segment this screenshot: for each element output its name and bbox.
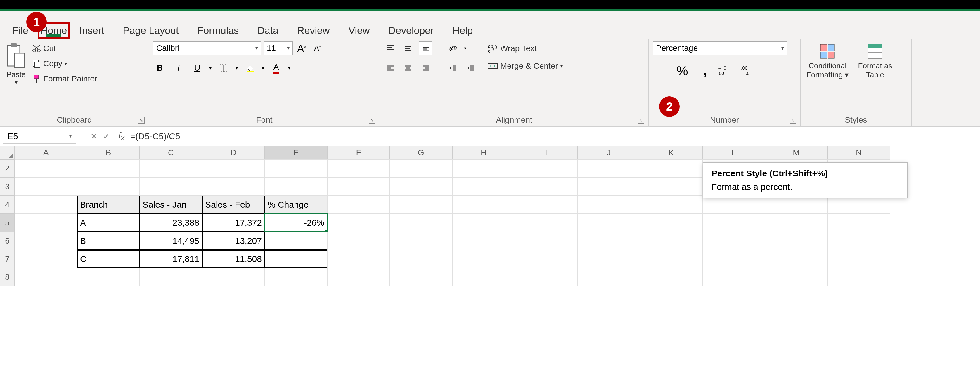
col-header-K[interactable]: K xyxy=(640,146,702,159)
font-color-button[interactable]: A xyxy=(269,61,283,75)
align-right-button[interactable] xyxy=(419,61,433,75)
cell-header-jan[interactable]: Sales - Jan xyxy=(140,196,202,214)
cell[interactable] xyxy=(578,159,640,178)
paste-button[interactable]: Paste ▾ xyxy=(4,41,28,87)
select-all-corner[interactable] xyxy=(0,146,14,159)
cell[interactable] xyxy=(702,214,765,232)
cell[interactable] xyxy=(515,214,578,232)
cell[interactable] xyxy=(827,268,890,286)
cell-E6[interactable] xyxy=(265,232,327,250)
cell[interactable] xyxy=(390,178,452,196)
cell[interactable] xyxy=(765,196,827,214)
bold-button[interactable]: B xyxy=(153,61,167,75)
cell-header-change[interactable]: % Change xyxy=(265,196,327,214)
conditional-formatting-button[interactable]: Conditional Formatting ▾ xyxy=(805,41,851,81)
cut-button[interactable]: Cut xyxy=(31,43,99,54)
increase-decimal-button[interactable]: ←.0.00 xyxy=(715,64,735,78)
number-format-combo[interactable]: Percentage▾ xyxy=(653,41,787,55)
align-center-button[interactable] xyxy=(401,61,415,75)
cell-header-branch[interactable]: Branch xyxy=(77,196,140,214)
col-header-D[interactable]: D xyxy=(202,146,265,159)
cell-C7[interactable]: 17,811 xyxy=(140,250,202,268)
cell[interactable] xyxy=(140,178,202,196)
cell[interactable] xyxy=(702,196,765,214)
cell[interactable] xyxy=(390,232,452,250)
copy-button[interactable]: Copy ▾ xyxy=(31,59,99,69)
increase-indent-button[interactable] xyxy=(464,61,477,75)
font-size-combo[interactable]: 11▾ xyxy=(264,41,293,55)
dialog-launcher-icon[interactable]: ⤡ xyxy=(369,117,375,124)
cell[interactable] xyxy=(640,196,702,214)
cell[interactable] xyxy=(327,214,390,232)
cell[interactable] xyxy=(327,268,390,286)
cell-C6[interactable]: 14,495 xyxy=(140,232,202,250)
col-header-I[interactable]: I xyxy=(515,146,578,159)
cell[interactable] xyxy=(265,268,327,286)
cell[interactable] xyxy=(515,196,578,214)
cell[interactable] xyxy=(578,250,640,268)
cell[interactable] xyxy=(515,232,578,250)
format-painter-button[interactable]: Format Painter xyxy=(31,73,99,84)
tab-page-layout[interactable]: Page Layout xyxy=(114,22,188,38)
cell-E7[interactable] xyxy=(265,250,327,268)
cell[interactable] xyxy=(202,268,265,286)
cell[interactable] xyxy=(202,178,265,196)
cell[interactable] xyxy=(14,196,77,214)
cell[interactable] xyxy=(390,250,452,268)
cell[interactable] xyxy=(202,159,265,178)
cell[interactable] xyxy=(390,159,452,178)
cell[interactable] xyxy=(578,232,640,250)
col-header-F[interactable]: F xyxy=(327,146,390,159)
percent-style-button[interactable]: % xyxy=(669,61,695,81)
cell[interactable] xyxy=(390,214,452,232)
italic-button[interactable]: I xyxy=(172,61,185,75)
cell[interactable] xyxy=(77,159,140,178)
cell[interactable] xyxy=(140,159,202,178)
cell[interactable] xyxy=(827,250,890,268)
cell[interactable] xyxy=(765,232,827,250)
cell[interactable] xyxy=(578,196,640,214)
cell[interactable] xyxy=(515,250,578,268)
borders-button[interactable] xyxy=(217,61,230,75)
cell-B6[interactable]: B xyxy=(77,232,140,250)
cell[interactable] xyxy=(640,214,702,232)
cell[interactable] xyxy=(827,196,890,214)
cell-B5[interactable]: A xyxy=(77,214,140,232)
cell-D6[interactable]: 13,207 xyxy=(202,232,265,250)
cell[interactable] xyxy=(14,250,77,268)
cell[interactable] xyxy=(14,268,77,286)
row-header-2[interactable]: 2 xyxy=(0,159,14,178)
tab-view[interactable]: View xyxy=(339,22,379,38)
decrease-decimal-button[interactable]: .00→.0 xyxy=(738,64,759,78)
cell[interactable] xyxy=(14,214,77,232)
cell-B7[interactable]: C xyxy=(77,250,140,268)
cell-D7[interactable]: 11,508 xyxy=(202,250,265,268)
tab-review[interactable]: Review xyxy=(288,22,339,38)
cell[interactable] xyxy=(765,250,827,268)
cell[interactable] xyxy=(640,232,702,250)
merge-center-button[interactable]: Merge & Center ▾ xyxy=(486,61,564,71)
cell[interactable] xyxy=(327,178,390,196)
cell[interactable] xyxy=(327,159,390,178)
col-header-C[interactable]: C xyxy=(140,146,202,159)
cell[interactable] xyxy=(515,268,578,286)
cell[interactable] xyxy=(640,159,702,178)
increase-font-button[interactable]: A^ xyxy=(295,41,309,55)
decrease-font-button[interactable]: A˅ xyxy=(311,41,325,55)
col-header-M[interactable]: M xyxy=(765,146,827,159)
cell[interactable] xyxy=(640,268,702,286)
cell-D5[interactable]: 17,372 xyxy=(202,214,265,232)
cell-C5[interactable]: 23,388 xyxy=(140,214,202,232)
tab-formulas[interactable]: Formulas xyxy=(188,22,248,38)
cell[interactable] xyxy=(452,250,515,268)
cell[interactable] xyxy=(515,178,578,196)
underline-button[interactable]: U xyxy=(191,61,204,75)
format-as-table-button[interactable]: Format as Table xyxy=(856,41,894,81)
col-header-G[interactable]: G xyxy=(390,146,452,159)
cell-E5[interactable]: -26% xyxy=(265,214,327,232)
cell[interactable] xyxy=(327,250,390,268)
decrease-indent-button[interactable] xyxy=(447,61,460,75)
row-header-8[interactable]: 8 xyxy=(0,268,14,286)
row-header-7[interactable]: 7 xyxy=(0,250,14,268)
formula-input[interactable]: =(D5-C5)/C5 xyxy=(127,131,980,141)
